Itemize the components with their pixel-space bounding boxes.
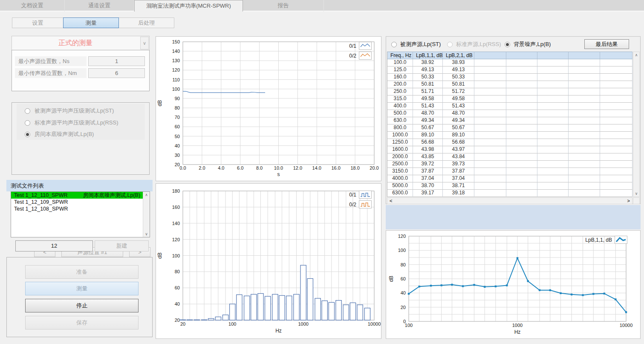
table-cell[interactable] [506, 103, 537, 110]
table-cell[interactable] [600, 168, 632, 175]
table-cell[interactable] [537, 161, 569, 168]
table-cell[interactable] [506, 59, 537, 66]
table-cell[interactable] [569, 146, 600, 153]
table-cell[interactable]: 56.68 [443, 139, 474, 146]
table-cell[interactable]: 51.72 [443, 88, 474, 95]
table-cell[interactable] [537, 117, 569, 124]
table-cell[interactable] [537, 110, 569, 117]
table-cell[interactable]: 39.18 [443, 190, 474, 197]
table-cell[interactable] [600, 81, 632, 88]
table-cell[interactable]: 37.04 [443, 175, 474, 182]
table-cell[interactable] [474, 146, 506, 153]
table-cell[interactable]: 4000.0 [387, 175, 413, 182]
table-cell[interactable]: 200.0 [387, 81, 413, 88]
table-cell[interactable] [537, 146, 569, 153]
table-cell[interactable]: 37.87 [413, 168, 443, 175]
table-cell[interactable] [474, 132, 506, 139]
table-cell[interactable] [537, 74, 569, 81]
table-cell[interactable] [569, 161, 600, 168]
chevron-down-icon[interactable]: ∨ [635, 191, 638, 197]
table-cell[interactable]: 50.33 [443, 74, 474, 81]
table-cell[interactable] [600, 146, 632, 153]
table-cell[interactable]: 630.0 [387, 117, 413, 124]
table-cell[interactable] [537, 103, 569, 110]
table-cell[interactable] [506, 146, 537, 153]
table-cell[interactable] [537, 168, 569, 175]
table-cell[interactable]: 48.70 [443, 110, 474, 117]
table-cell[interactable]: 89.10 [413, 132, 443, 139]
table-cell[interactable] [569, 95, 600, 103]
table-cell[interactable]: 1250.0 [387, 139, 413, 146]
subtab-postprocess[interactable]: 后处理 [118, 17, 174, 28]
table-cell[interactable]: 39.17 [413, 190, 443, 197]
table-cell[interactable]: 43.85 [413, 153, 443, 161]
tab-channel-settings[interactable]: 通道设置 [65, 0, 134, 12]
table-cell[interactable]: 43.97 [443, 146, 474, 153]
table-cell[interactable] [506, 81, 537, 88]
table-cell[interactable] [569, 117, 600, 124]
table-cell[interactable]: 100.0 [387, 59, 413, 66]
radio-lp-rss[interactable]: 标准声源平均声压级测试,Lp(RSS) [25, 119, 118, 127]
table-cell[interactable] [537, 139, 569, 146]
table-cell[interactable] [506, 161, 537, 168]
chevron-up-icon[interactable]: ∧ [145, 192, 148, 198]
table-cell[interactable] [474, 124, 506, 132]
table-cell[interactable]: 1000.0 [387, 132, 413, 139]
table-cell[interactable] [474, 190, 506, 197]
table-cell[interactable] [569, 110, 600, 117]
table-cell[interactable] [474, 95, 506, 103]
table-cell[interactable]: 43.98 [413, 146, 443, 153]
table-cell[interactable] [600, 117, 632, 124]
table-cell[interactable]: 89.10 [443, 132, 474, 139]
table-cell[interactable]: 160.0 [387, 74, 413, 81]
table-cell[interactable]: 50.33 [413, 74, 443, 81]
table-cell[interactable] [569, 124, 600, 132]
table-cell[interactable]: 39.73 [443, 161, 474, 168]
table-cell[interactable] [600, 110, 632, 117]
table-cell[interactable] [569, 81, 600, 88]
table-cell[interactable] [600, 139, 632, 146]
table-cell[interactable] [569, 190, 600, 197]
table-cell[interactable] [537, 59, 569, 66]
table-cell[interactable] [474, 175, 506, 182]
table-cell[interactable]: 5000.0 [387, 182, 413, 190]
table-cell[interactable] [537, 88, 569, 95]
table-cell[interactable] [537, 182, 569, 190]
table-cell[interactable] [537, 95, 569, 103]
table-cell[interactable] [474, 139, 506, 146]
table-cell[interactable] [474, 88, 506, 95]
test-file-list[interactable]: Test 1_12_110_SPWR房间本底噪声测试,Lp(B)Test 1_1… [11, 191, 150, 237]
table-cell[interactable] [506, 74, 537, 81]
table-cell[interactable] [569, 168, 600, 175]
table-cell[interactable]: 51.43 [413, 103, 443, 110]
file-list-scrollbar[interactable]: ∧ ∨ [143, 192, 150, 237]
table-cell[interactable] [537, 66, 569, 74]
measure-button[interactable]: 测量 [25, 282, 139, 295]
table-cell[interactable] [474, 81, 506, 88]
chevron-down-icon[interactable]: ∨ [140, 37, 149, 49]
table-cell[interactable] [506, 124, 537, 132]
table-cell[interactable]: 315.0 [387, 95, 413, 103]
table-cell[interactable] [506, 182, 537, 190]
table-cell[interactable]: 56.68 [413, 139, 443, 146]
table-cell[interactable] [537, 132, 569, 139]
table-cell[interactable] [506, 110, 537, 117]
chevron-up-icon[interactable]: ∧ [635, 52, 638, 58]
subtab-setup[interactable]: 设置 [12, 17, 64, 28]
min-source-positions-field[interactable]: 1 [88, 56, 145, 66]
table-cell[interactable] [600, 124, 632, 132]
table-cell[interactable] [569, 66, 600, 74]
table-cell[interactable] [474, 66, 506, 74]
tab-report[interactable]: 报告 [243, 0, 324, 12]
file-list-item[interactable]: Test 1_12_110_SPWR房间本底噪声测试,Lp(B) [11, 192, 150, 199]
table-cell[interactable] [474, 117, 506, 124]
table-cell[interactable]: 49.13 [443, 66, 474, 74]
new-file-button[interactable]: 新建 [95, 240, 149, 251]
chevron-down-icon[interactable]: ∨ [145, 231, 148, 237]
table-cell[interactable]: 49.58 [443, 95, 474, 103]
table-cell[interactable]: 800.0 [387, 124, 413, 132]
table-cell[interactable]: 37.04 [413, 175, 443, 182]
table-cell[interactable] [600, 59, 632, 66]
table-vertical-scrollbar[interactable]: ∧ ∨ [633, 52, 640, 197]
table-cell[interactable] [506, 95, 537, 103]
